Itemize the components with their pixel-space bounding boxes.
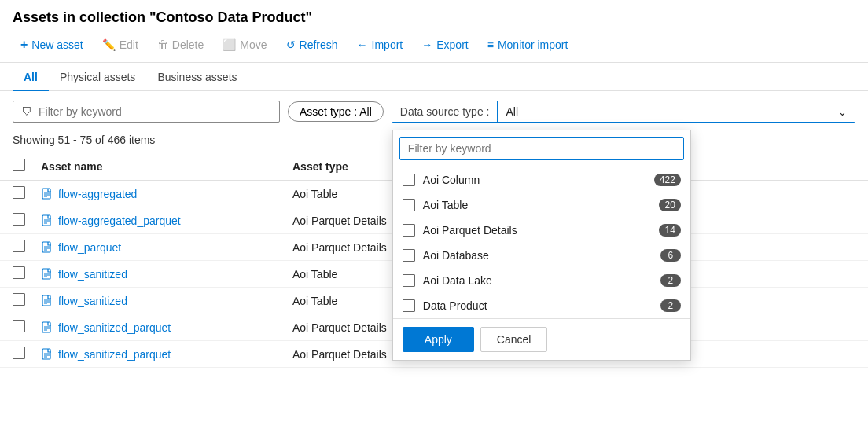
data-source-filter-select[interactable]: All ⌄ [498,101,855,122]
tab-business-assets[interactable]: Business assets [146,64,248,91]
monitor-icon: ≡ [487,38,494,51]
asset-link-2[interactable]: flow_parquet [41,241,292,254]
col-header-asset-name: Asset name [41,160,292,173]
import-button[interactable]: ← Import [349,35,411,55]
badge-aoi-column: 422 [654,174,681,186]
dropdown-footer: Apply Cancel [393,318,690,360]
badge-aoi-table: 20 [659,199,680,211]
filter-row: ⛉ Asset type : All Data source type : Al… [0,91,868,132]
checkbox-data-product[interactable] [403,299,415,312]
asset-link-3[interactable]: flow_sanitized [41,268,292,280]
file-icon [41,214,53,227]
asset-type-filter-button[interactable]: Asset type : All [288,101,384,122]
export-icon: → [421,38,432,51]
apply-button[interactable]: Apply [403,327,474,352]
asset-link-6[interactable]: flow_sanitized_parquet [41,348,292,361]
page-title: Assets in collection "Contoso Data Produ… [13,9,855,26]
checkbox-aoi-parquet[interactable] [403,224,415,236]
row-checkbox-4[interactable] [13,293,25,306]
checkbox-aoi-data-lake[interactable] [403,274,415,287]
row-checkbox-2[interactable] [13,240,25,252]
dropdown-item-data-product[interactable]: Data Product 2 [393,293,690,318]
row-checkbox-3[interactable] [13,266,25,279]
badge-aoi-database: 6 [660,249,681,262]
edit-icon: ✏️ [102,38,116,51]
dropdown-item-aoi-database[interactable]: Aoi Database 6 [393,243,690,268]
file-icon [41,188,53,200]
checkbox-aoi-column[interactable] [403,174,415,186]
dropdown-search-area [393,130,690,167]
plus-icon: + [20,38,28,52]
select-all-checkbox[interactable] [13,159,25,171]
move-icon: ⬜ [223,38,236,51]
chevron-down-icon: ⌄ [838,106,847,118]
file-icon [41,241,53,254]
tab-all[interactable]: All [13,64,49,91]
checkbox-aoi-database[interactable] [403,249,415,262]
cancel-button[interactable]: Cancel [480,327,548,352]
tab-bar: All Physical assets Business assets [0,64,868,91]
checkbox-aoi-table[interactable] [403,199,415,211]
filter-icon: ⛉ [21,105,32,118]
edit-button[interactable]: ✏️ Edit [94,35,146,55]
asset-link-5[interactable]: flow_sanitized_parquet [41,321,292,334]
badge-data-product: 2 [660,299,681,312]
badge-aoi-parquet: 14 [659,224,680,236]
keyword-filter-input[interactable] [39,105,271,118]
row-checkbox-0[interactable] [13,186,25,199]
dropdown-item-aoi-table[interactable]: Aoi Table 20 [393,192,690,218]
row-checkbox-1[interactable] [13,213,25,226]
dropdown-filter-input[interactable] [399,137,684,160]
delete-button[interactable]: 🗑 Delete [149,35,211,55]
file-icon [41,295,53,307]
refresh-button[interactable]: ↺ Refresh [278,35,346,55]
file-icon [41,321,53,334]
row-checkbox-6[interactable] [13,346,25,359]
delete-icon: 🗑 [157,38,168,51]
dropdown-item-aoi-data-lake[interactable]: Aoi Data Lake 2 [393,268,690,293]
move-button[interactable]: ⬜ Move [215,35,274,55]
data-source-filter-wrapper: Data source type : All ⌄ Aoi Column 422 … [392,101,855,123]
import-icon: ← [357,38,368,51]
dropdown-item-aoi-parquet-details[interactable]: Aoi Parquet Details 14 [393,218,690,243]
keyword-filter-box[interactable]: ⛉ [13,101,280,123]
row-checkbox-5[interactable] [13,320,25,332]
asset-link-0[interactable]: flow-aggregated [41,188,292,200]
monitor-import-button[interactable]: ≡ Monitor import [480,35,576,55]
badge-aoi-data-lake: 2 [660,274,681,287]
toolbar: + New asset ✏️ Edit 🗑 Delete ⬜ Move ↺ Re… [13,34,855,56]
asset-link-4[interactable]: flow_sanitized [41,295,292,307]
dropdown-item-aoi-column[interactable]: Aoi Column 422 [393,167,690,192]
file-icon [41,348,53,361]
file-icon [41,268,53,280]
data-source-dropdown: Aoi Column 422 Aoi Table 20 Aoi Parquet … [392,130,691,361]
refresh-icon: ↺ [286,38,296,51]
data-source-filter-label: Data source type : [392,101,498,122]
new-asset-button[interactable]: + New asset [13,34,91,56]
tab-physical-assets[interactable]: Physical assets [49,64,146,91]
asset-link-1[interactable]: flow-aggregated_parquet [41,214,292,227]
export-button[interactable]: → Export [414,35,476,55]
